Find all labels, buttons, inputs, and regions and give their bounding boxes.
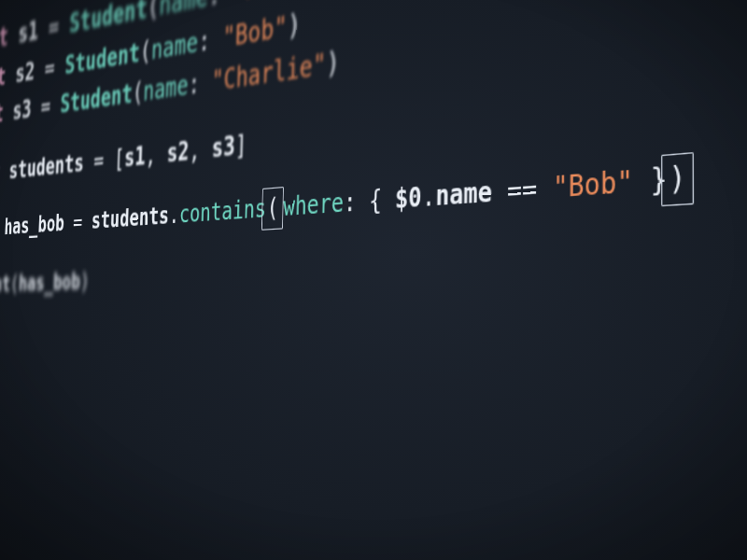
code-surface: let s1 = Student(name: "Alice") let s2 =… bbox=[0, 0, 747, 302]
op-assign: = bbox=[73, 208, 83, 235]
ident-s2: s2 bbox=[166, 135, 190, 168]
keyword-let: let bbox=[0, 158, 1, 187]
dot: . bbox=[421, 180, 435, 214]
op-assign: = bbox=[93, 146, 105, 175]
string-bob: "Bob" bbox=[553, 163, 634, 204]
arg-name: name bbox=[150, 25, 198, 65]
paren-close: ) bbox=[79, 267, 90, 294]
type-student: Student bbox=[64, 35, 140, 79]
ident-s1: s1 bbox=[124, 140, 146, 172]
bracket-close: ] bbox=[234, 128, 247, 161]
colon: : bbox=[198, 22, 211, 57]
colon: : bbox=[188, 68, 200, 102]
op-eqeq: == bbox=[507, 172, 538, 208]
comma: , bbox=[189, 133, 201, 165]
ident-s3: s3 bbox=[211, 130, 235, 163]
keyword-let: let bbox=[0, 61, 7, 94]
paren-close-cursor: ) bbox=[661, 152, 693, 206]
paren-close: ) bbox=[326, 46, 340, 82]
brace-open: { bbox=[369, 184, 382, 217]
arg-name: name bbox=[143, 70, 189, 108]
ident-s3: s3 bbox=[12, 94, 32, 126]
string-bob: "Bob" bbox=[222, 8, 288, 53]
paren-open: ( bbox=[139, 34, 151, 67]
closure-arg: $0 bbox=[395, 181, 422, 216]
comma: , bbox=[145, 139, 156, 170]
paren-open-cursor: ( bbox=[261, 187, 284, 231]
code-editor-view: let s1 = Student(name: "Alice") let s2 =… bbox=[0, 0, 747, 560]
colon: : bbox=[344, 186, 357, 217]
ident-name: name bbox=[435, 175, 492, 213]
arg-where: where bbox=[283, 188, 344, 222]
colon: : bbox=[207, 0, 221, 12]
ident-students: students bbox=[8, 147, 84, 183]
paren-close: ) bbox=[287, 6, 301, 43]
op-assign: = bbox=[44, 51, 55, 83]
ident-has-bob: has_bob bbox=[19, 268, 81, 296]
arg-name: name bbox=[159, 0, 208, 21]
fn-contains: contains bbox=[179, 193, 267, 229]
ident-s2: s2 bbox=[15, 55, 35, 88]
ident-students: students bbox=[91, 202, 169, 234]
keyword-let: let bbox=[0, 21, 9, 56]
keyword-let: let bbox=[0, 99, 4, 131]
op-assign: = bbox=[48, 10, 59, 43]
type-student: Student bbox=[60, 78, 133, 119]
ident-has-bob: has_bob bbox=[4, 210, 64, 240]
op-assign: = bbox=[40, 91, 50, 122]
ident-s1: s1 bbox=[18, 15, 39, 49]
